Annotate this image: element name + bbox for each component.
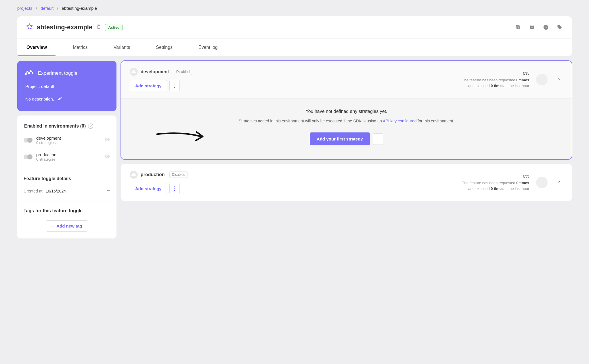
add-feature-icon[interactable] (515, 24, 521, 30)
toggle-type: Experiment toggle (38, 70, 77, 76)
hand-drawn-arrow-icon (156, 130, 207, 143)
env-panel-name: development (141, 69, 169, 74)
feature-header: abtesting-example Active (17, 16, 572, 38)
breadcrumb-feature: abtesting-example (62, 6, 97, 11)
env-heading: Enabled in environments (0) (24, 124, 86, 129)
breadcrumb-sep: / (57, 6, 58, 11)
tab-event-log[interactable]: Event log (198, 38, 218, 56)
env-sub: 0 strategies (36, 157, 56, 161)
project-label: Project: default (25, 84, 108, 89)
feature-title: abtesting-example (37, 24, 92, 31)
env-summary-item-development: development 0 strategies (24, 136, 110, 145)
help-icon[interactable]: ? (88, 124, 93, 129)
cloud-icon (130, 171, 138, 179)
environments-card: Enabled in environments (0) ? developmen… (17, 115, 116, 238)
breadcrumb-sep: / (36, 6, 37, 11)
env-summary-item-production: production 0 strategies (24, 152, 110, 161)
env-sub: 0 strategies (36, 140, 61, 145)
env-toggle-development[interactable] (24, 138, 32, 142)
empty-text: Strategies added in this environment wil… (130, 119, 563, 123)
breadcrumb-projects[interactable]: projects (17, 6, 32, 11)
status-badge: Active (105, 24, 123, 31)
created-label: Created at: (24, 189, 43, 193)
exposure-pct: 0% (462, 71, 529, 76)
add-first-strategy-button[interactable]: Add your first strategy (310, 132, 370, 145)
breadcrumb-project[interactable]: default (41, 6, 53, 11)
empty-title: You have not defined any strategies yet. (130, 109, 563, 114)
env-panel-development: development Disabled Add strategy ⋮ 0% T… (121, 61, 572, 159)
tag-icon[interactable] (557, 24, 563, 30)
favorite-star-icon[interactable] (26, 23, 33, 31)
disabled-badge: Disabled (169, 172, 188, 178)
chart-placeholder (536, 74, 548, 85)
chevron-up-icon[interactable] (554, 75, 563, 84)
more-menu-button[interactable]: ⋮ (169, 80, 180, 91)
stats-text: The feature has been requested 0 times a… (462, 77, 529, 88)
cloud-icon (130, 68, 138, 76)
stats-text: The feature has been requested 0 times a… (462, 180, 529, 191)
add-strategy-button[interactable]: Add strategy (130, 80, 167, 91)
disabled-badge: Disabled (174, 69, 192, 75)
clock-icon[interactable] (543, 24, 549, 30)
tabs: Overview Metrics Variants Settings Event… (17, 38, 572, 56)
add-tag-button[interactable]: + Add new tag (46, 220, 88, 232)
more-menu-button[interactable]: ⋮ (169, 183, 180, 194)
copy-icon[interactable] (96, 24, 101, 30)
env-toggle-production[interactable] (24, 155, 32, 159)
strategy-empty-state: You have not defined any strategies yet.… (121, 98, 572, 159)
tab-settings[interactable]: Settings (156, 38, 173, 56)
archive-icon[interactable] (529, 24, 535, 30)
experiment-icon (25, 70, 33, 76)
tags-heading: Tags for this feature toggle (24, 208, 110, 213)
visibility-icon[interactable] (104, 153, 110, 161)
visibility-icon[interactable] (104, 137, 110, 144)
edit-description-icon[interactable] (58, 96, 62, 102)
svg-point-7 (30, 71, 31, 72)
collapse-icon[interactable]: − (107, 188, 110, 194)
tab-overview[interactable]: Overview (26, 38, 47, 56)
tab-variants[interactable]: Variants (114, 38, 130, 56)
svg-point-6 (28, 73, 30, 74)
breadcrumb: projects / default / abtesting-example (17, 6, 572, 11)
info-card: Experiment toggle Project: default No de… (17, 61, 116, 111)
strategy-more-button[interactable]: ⋮ (373, 133, 383, 145)
tab-metrics[interactable]: Metrics (73, 38, 88, 56)
svg-point-4 (25, 74, 26, 75)
api-key-link[interactable]: API key configured (383, 119, 417, 123)
svg-point-8 (32, 72, 33, 74)
exposure-pct: 0% (462, 174, 529, 178)
env-name: production (36, 152, 56, 157)
svg-point-5 (27, 71, 28, 72)
created-value: 10/16/2024 (46, 189, 66, 193)
add-strategy-button[interactable]: Add strategy (130, 183, 167, 194)
details-heading: Feature toggle details (24, 176, 110, 181)
chart-placeholder (536, 177, 548, 188)
svg-marker-0 (27, 24, 32, 29)
env-name: development (36, 136, 61, 140)
description: No description. (25, 97, 54, 101)
chevron-down-icon[interactable] (554, 178, 563, 187)
plus-icon: + (52, 224, 54, 228)
env-panel-production: production Disabled Add strategy ⋮ 0% Th… (121, 164, 572, 201)
env-panel-name: production (141, 172, 165, 177)
